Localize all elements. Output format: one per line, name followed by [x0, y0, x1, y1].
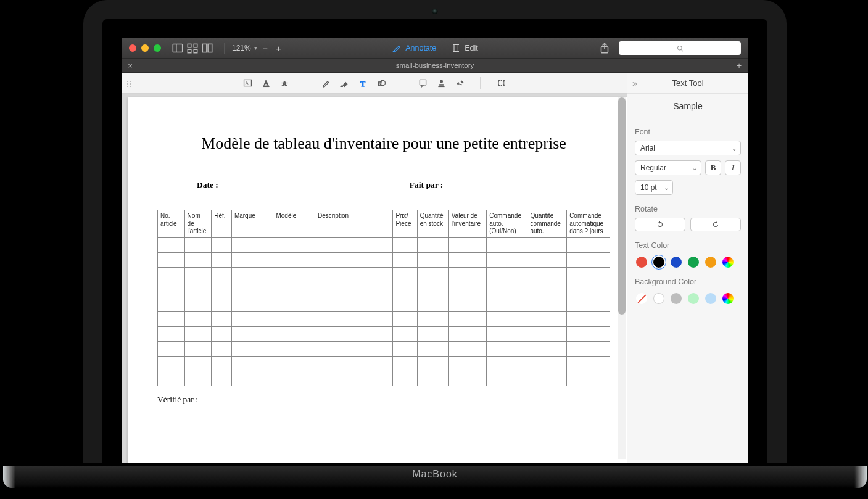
signature-tool-icon[interactable] [452, 75, 468, 91]
minimize-window-button[interactable] [141, 44, 149, 52]
font-family-select[interactable]: Arial ⌄ [635, 141, 741, 155]
table-cell[interactable] [393, 356, 417, 371]
bg-color-none-swatch[interactable] [636, 293, 647, 304]
close-window-button[interactable] [129, 44, 136, 52]
stamp-tool-icon[interactable] [433, 75, 449, 91]
underline-tool-icon[interactable]: A [258, 75, 274, 91]
new-tab-button[interactable]: + [734, 60, 745, 70]
text-color-swatch[interactable] [688, 257, 699, 268]
table-cell[interactable] [212, 237, 232, 252]
table-cell[interactable] [315, 326, 393, 341]
document-page[interactable]: Modèle de tableau d'inventaire pour une … [128, 97, 627, 463]
color-picker-swatch[interactable] [722, 293, 734, 304]
drag-handle-icon[interactable] [126, 80, 131, 88]
eraser-tool-icon[interactable] [336, 75, 352, 91]
table-cell[interactable] [448, 341, 487, 356]
table-cell[interactable] [184, 326, 212, 341]
table-cell[interactable] [231, 267, 273, 282]
table-cell[interactable] [158, 267, 185, 282]
table-cell[interactable] [417, 326, 448, 341]
table-cell[interactable] [527, 297, 567, 311]
table-cell[interactable] [487, 371, 527, 386]
table-cell[interactable] [273, 297, 315, 311]
note-tool-icon[interactable] [415, 75, 431, 91]
table-cell[interactable] [315, 237, 393, 252]
table-cell[interactable] [527, 326, 567, 341]
pencil-tool-icon[interactable] [318, 75, 334, 91]
table-cell[interactable] [527, 237, 567, 252]
tab-title[interactable]: small-business-inventory [122, 62, 748, 69]
table-cell[interactable] [184, 311, 212, 326]
document-canvas[interactable]: Modèle de tableau d'inventaire pour une … [122, 94, 627, 463]
table-cell[interactable] [212, 297, 232, 311]
table-cell[interactable] [158, 326, 185, 341]
table-cell[interactable] [231, 282, 273, 297]
table-cell[interactable] [487, 356, 527, 371]
table-cell[interactable] [567, 371, 610, 386]
table-cell[interactable] [315, 371, 393, 386]
table-cell[interactable] [393, 297, 417, 311]
table-cell[interactable] [417, 267, 448, 282]
table-cell[interactable] [315, 252, 393, 267]
bg-color-swatch[interactable] [705, 293, 716, 304]
table-cell[interactable] [393, 371, 417, 386]
table-cell[interactable] [393, 311, 417, 326]
table-cell[interactable] [231, 371, 273, 386]
table-cell[interactable] [184, 297, 212, 311]
table-cell[interactable] [448, 356, 487, 371]
table-cell[interactable] [158, 282, 185, 297]
bg-color-swatch[interactable] [688, 293, 699, 304]
rotate-ccw-button[interactable] [635, 218, 685, 231]
text-color-swatch[interactable] [705, 257, 716, 268]
table-cell[interactable] [417, 297, 448, 311]
table-cell[interactable] [417, 237, 448, 252]
table-cell[interactable] [487, 252, 527, 267]
italic-button[interactable]: I [725, 160, 741, 175]
table-cell[interactable] [158, 252, 185, 267]
table-cell[interactable] [212, 267, 232, 282]
text-color-swatch[interactable] [671, 257, 682, 268]
text-tool-icon[interactable]: T [355, 75, 371, 91]
table-cell[interactable] [231, 326, 273, 341]
table-cell[interactable] [158, 237, 185, 252]
table-cell[interactable] [184, 371, 212, 386]
table-cell[interactable] [448, 267, 487, 282]
table-cell[interactable] [231, 356, 273, 371]
table-cell[interactable] [158, 341, 185, 356]
table-cell[interactable] [567, 267, 610, 282]
table-cell[interactable] [273, 282, 315, 297]
share-icon[interactable] [598, 41, 611, 55]
table-cell[interactable] [527, 371, 567, 386]
zoom-level[interactable]: 121% [232, 44, 251, 52]
table-cell[interactable] [273, 267, 315, 282]
table-cell[interactable] [417, 341, 448, 356]
table-cell[interactable] [273, 326, 315, 341]
table-cell[interactable] [487, 282, 527, 297]
table-cell[interactable] [567, 237, 610, 252]
table-cell[interactable] [567, 326, 610, 341]
table-cell[interactable] [527, 356, 567, 371]
font-size-select[interactable]: 10 pt ⌄ [635, 180, 673, 195]
table-cell[interactable] [567, 311, 610, 326]
table-cell[interactable] [417, 356, 448, 371]
table-cell[interactable] [567, 297, 610, 311]
highlight-tool-icon[interactable]: A [239, 75, 255, 91]
table-cell[interactable] [448, 371, 487, 386]
table-cell[interactable] [184, 237, 212, 252]
table-cell[interactable] [231, 297, 273, 311]
table-cell[interactable] [158, 297, 185, 311]
table-cell[interactable] [417, 282, 448, 297]
table-cell[interactable] [417, 311, 448, 326]
table-cell[interactable] [448, 326, 487, 341]
table-cell[interactable] [487, 267, 527, 282]
text-color-swatch[interactable] [653, 257, 664, 268]
table-cell[interactable] [487, 237, 527, 252]
table-cell[interactable] [212, 252, 232, 267]
table-cell[interactable] [527, 341, 567, 356]
table-cell[interactable] [273, 252, 315, 267]
two-page-icon[interactable] [200, 41, 214, 55]
table-cell[interactable] [315, 341, 393, 356]
zoom-in-button[interactable]: + [273, 43, 284, 54]
table-cell[interactable] [231, 237, 273, 252]
table-cell[interactable] [393, 237, 417, 252]
